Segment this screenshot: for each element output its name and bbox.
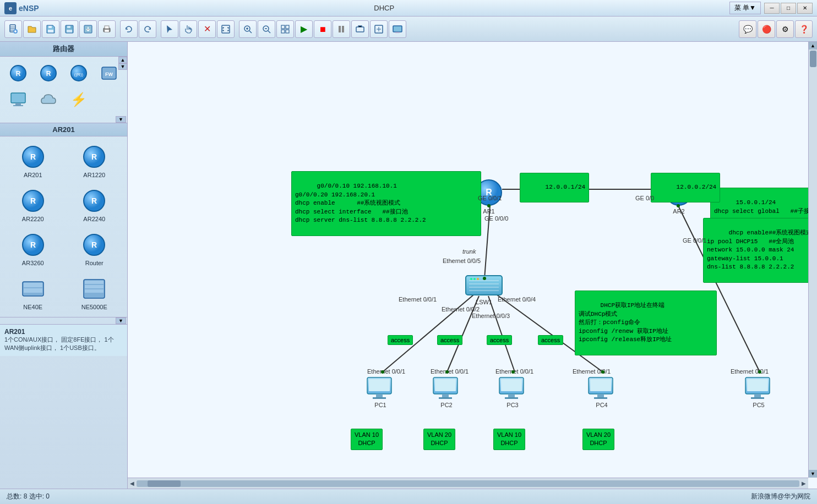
device-list-scroll[interactable]: ▼ [116,317,126,324]
pc4-node[interactable]: PC4 [587,376,616,408]
toolbar-select[interactable] [161,20,178,38]
window-controls: ─ □ ✕ [764,3,813,14]
toolbar-save[interactable] [61,20,78,38]
ar2-ip-text: 12.0.0.2/24 [677,184,717,190]
sidebar-icon-pc[interactable] [4,87,32,112]
toolbar-import[interactable] [79,20,97,38]
vlan-box-2: VLAN 20 DHCP [423,429,455,450]
ar1-ip-label: 12.0.0.1/24 [520,173,589,202]
canvas-scrollbar-h[interactable]: ◀ ▶ [128,478,808,489]
toolbar-start[interactable]: ▶ [295,20,313,38]
toolbar-multiview[interactable] [276,20,294,38]
pc5-node[interactable]: PC5 [744,376,773,408]
port-pc4-eth: Ethernet 0/0/1 [573,368,611,375]
svg-rect-23 [395,32,400,33]
toolbar: ✕ ▶ ⏹ 💬 🔴 ⚙ ❓ [0,17,817,42]
svg-text:R: R [91,152,97,161]
statusbar: 总数: 8 选中: 0 新浪微博@华为网院 [0,489,817,504]
device-item-ne40e[interactable]: NE40E [4,273,62,313]
svg-rect-91 [754,394,761,397]
sidebar: 路由器 ▲ ▼ R [0,42,128,489]
port-ge001: GE 0/0/1 [478,195,502,201]
port-eth001-lsw: Ethernet 0/0/1 [399,296,437,303]
device-grid-scroll[interactable]: ▼ [116,116,126,123]
status-right: 新浪微博@华为网院 [751,492,810,501]
device-item-router[interactable]: R Router [66,229,123,269]
toolbar-hand[interactable] [179,20,197,38]
svg-rect-86 [590,379,611,391]
svg-rect-75 [376,394,383,397]
svg-line-59 [488,296,515,372]
svg-point-71 [473,278,476,280]
svg-point-72 [477,278,479,280]
ar2-bottom-config-box: dhcp enable##系统视图模式, ip pool DHCP15 ##全局… [703,218,817,283]
device-label-ar2240: AR2240 [83,216,105,222]
toolbar-monitor[interactable] [389,20,406,38]
svg-rect-74 [369,379,390,391]
toolbar-pause[interactable] [333,20,350,38]
toolbar-undo[interactable] [120,20,138,38]
pc1-node[interactable]: PC1 [366,376,395,408]
toolbar-new[interactable] [4,20,22,38]
pc3-node[interactable]: PC3 [498,376,527,408]
toolbar-zoom-fit[interactable] [217,20,235,38]
device-item-ar201[interactable]: R AR201 [4,141,62,180]
device-item-ne5000e[interactable]: NE5000E [66,273,123,313]
toolbar-redo[interactable] [139,20,156,38]
sidebar-icon-zap[interactable]: ⚡ [65,87,93,112]
toolbar-zoom-in[interactable] [239,20,257,38]
sidebar-icon-wifi[interactable]: ((R)) [65,61,93,85]
menu-button[interactable]: 菜 单▼ [729,2,761,14]
toolbar-delete[interactable]: ✕ [198,20,216,38]
svg-text:R: R [91,196,97,205]
sidebar-icon-cloud[interactable] [35,87,63,112]
svg-rect-17 [286,30,289,33]
sidebar-icon-router2[interactable]: R [35,61,63,85]
ar1-config-box: g0/0/0.10 192.168.10.1 g0/0/0.20 192.168… [291,171,481,236]
svg-text:R: R [30,152,36,161]
svg-rect-80 [439,397,452,399]
sidebar-scroll-up[interactable]: ▲ [118,57,127,63]
toolbar-zoom-out[interactable] [258,20,275,38]
vlan-box-4: VLAN 20 DHCP [582,429,614,450]
sidebar-scroll-down[interactable]: ▼ [118,63,127,70]
device-item-ar3260[interactable]: R AR3260 [4,229,62,269]
pc1-label: PC1 [374,402,386,408]
svg-rect-11 [222,25,230,33]
port-ge000: GE 0/0/0 [484,215,508,222]
dhcp-info-text: DHCP获取IP地址在终端 调试DHCp模式 然后打：pconfig命令 ipc… [579,302,672,343]
toolbar-huawei[interactable]: 🔴 [758,20,775,38]
device-item-ar2220[interactable]: R AR2220 [4,185,62,224]
toolbar-save2[interactable] [42,20,59,38]
close-button[interactable]: ✕ [797,3,813,14]
desc-text: 1个CON/AUX接口， 固定8FE接口， 1个WAN侧uplink接口， 1个… [4,336,123,353]
dhcp-info-box: DHCP获取IP地址在终端 调试DHCp模式 然后打：pconfig命令 ipc… [575,291,717,355]
port-eth005: Ethernet 0/0/5 [443,258,481,264]
device-label-ar3260: AR3260 [22,260,44,266]
canvas-scrollbar-v[interactable]: ▲ ▼ [808,42,817,478]
svg-rect-78 [435,379,456,391]
svg-point-70 [470,278,472,280]
port-ge00: GE 0/0 [635,195,654,201]
status-count: 总数: 8 选中: 0 [7,492,50,501]
sidebar-category-label: 路由器 [53,45,74,53]
maximize-button[interactable]: □ [781,3,796,14]
device-label-ne5000e: NE5000E [81,304,107,310]
toolbar-open[interactable] [23,20,41,38]
toolbar-print[interactable] [98,20,116,38]
svg-rect-9 [105,26,109,29]
access-label-4: access [538,335,563,345]
toolbar-settings[interactable]: ⚙ [776,20,794,38]
toolbar-stop[interactable]: ⏹ [314,20,331,38]
device-item-ar1220[interactable]: R AR1220 [66,141,123,180]
svg-rect-51 [85,281,104,284]
device-item-ar2240[interactable]: R AR2240 [66,185,123,224]
toolbar-capture[interactable] [351,20,369,38]
toolbar-help[interactable]: ❓ [795,20,813,38]
canvas-area[interactable]: R AR1 R AR2 [128,42,817,489]
toolbar-topology[interactable] [370,20,388,38]
toolbar-chat[interactable]: 💬 [739,20,756,38]
minimize-button[interactable]: ─ [764,3,780,14]
sidebar-icon-router1[interactable]: R [4,61,32,85]
pc2-node[interactable]: PC2 [432,376,461,408]
